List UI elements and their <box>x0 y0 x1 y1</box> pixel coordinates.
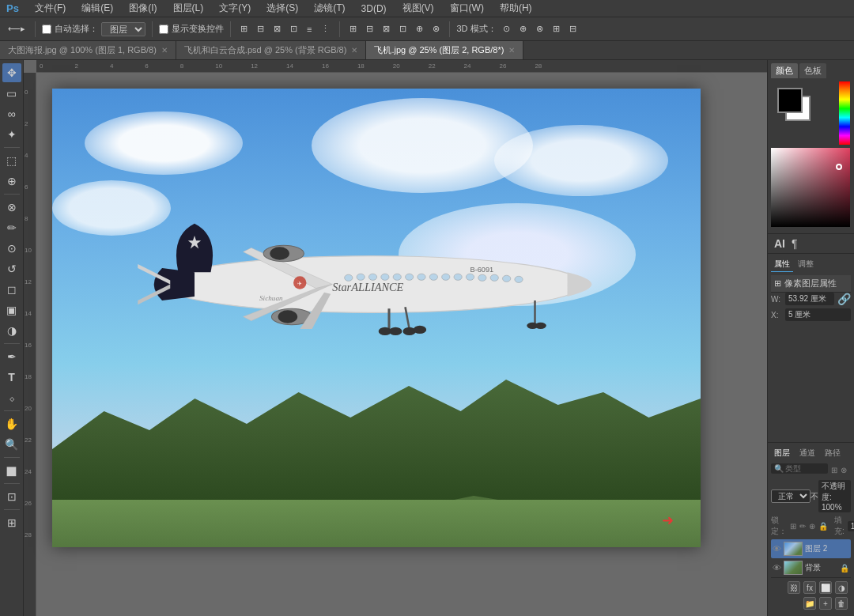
tab-2-close[interactable]: ✕ <box>508 46 515 55</box>
menu-layer[interactable]: 图层(L) <box>170 2 207 15</box>
layer-search-input[interactable] <box>785 464 825 473</box>
lock-position-icon[interactable]: ✏ <box>799 522 806 531</box>
distribute-6[interactable]: ⊗ <box>429 22 443 36</box>
fg-swatch[interactable] <box>777 88 803 113</box>
layer-row-1[interactable]: 👁 背景 🔒 <box>771 558 851 577</box>
pen-tool[interactable]: ✒ <box>2 347 21 366</box>
new-layer-btn[interactable]: + <box>819 597 832 610</box>
tab-color[interactable]: 颜色 <box>771 63 798 78</box>
tab-paths[interactable]: 路径 <box>822 446 844 460</box>
distribute-4[interactable]: ⊡ <box>396 22 410 36</box>
eraser-tool[interactable]: ◻ <box>2 280 21 299</box>
lock-pixels-icon[interactable]: ⊞ <box>790 522 796 531</box>
prop-x-value: 5 厘米 <box>785 308 851 321</box>
align-top[interactable]: ⊡ <box>287 22 300 36</box>
brush-tool[interactable]: ✏ <box>2 218 21 237</box>
add-mask-btn[interactable]: ⬜ <box>819 581 832 594</box>
align-center-h[interactable]: ⊟ <box>254 22 267 36</box>
svg-text:StarALLIANCE: StarALLIANCE <box>333 281 404 293</box>
tab-1[interactable]: 飞机和白云合成.psd @ 25% (背景 RGB/8) ✕ <box>176 41 367 59</box>
auto-select-checkbox[interactable] <box>42 25 51 34</box>
align-bottom[interactable]: ⋮ <box>318 22 333 36</box>
layer-mode-dropdown[interactable]: 正常 <box>771 489 811 503</box>
tab-swatches[interactable]: 色板 <box>799 63 826 78</box>
distribute-3[interactable]: ⊠ <box>380 22 393 36</box>
tab-channels[interactable]: 通道 <box>796 446 818 460</box>
fill-value[interactable]: 100% <box>848 521 854 531</box>
gradient-tool[interactable]: ▣ <box>2 300 21 319</box>
menu-image[interactable]: 图像(I) <box>126 2 160 15</box>
canvas-area[interactable]: 0 2 4 6 8 10 12 14 16 18 20 22 24 26 28 … <box>24 60 767 616</box>
lock-all-icon[interactable]: 🔒 <box>818 522 828 531</box>
layer-filter-icon-1[interactable]: ⊞ <box>831 466 837 474</box>
tab-properties[interactable]: 属性 <box>771 257 793 272</box>
path-tool[interactable]: ⬦ <box>2 388 21 407</box>
layer-opacity-value[interactable]: 不透明度: 100% <box>818 480 851 512</box>
layer-0-eye[interactable]: 👁 <box>773 544 781 554</box>
tab-1-close[interactable]: ✕ <box>351 46 357 55</box>
screen-mode[interactable]: ⊞ <box>2 513 21 532</box>
3d-btn-1[interactable]: ⊙ <box>500 22 513 36</box>
quick-mask[interactable]: ⊡ <box>2 487 21 506</box>
menu-text[interactable]: 文字(Y) <box>216 2 254 15</box>
distribute-2[interactable]: ⊟ <box>363 22 376 36</box>
align-center-v[interactable]: ≡ <box>304 23 315 36</box>
heal-tool[interactable]: ⊗ <box>2 198 21 217</box>
lock-artboard-icon[interactable]: ⊕ <box>809 522 815 531</box>
fg-bg-color[interactable]: ◼ <box>2 461 21 480</box>
distribute-1[interactable]: ⊞ <box>346 22 360 36</box>
toolbar-sep-2 <box>152 21 153 37</box>
tab-0-close[interactable]: ✕ <box>161 46 168 55</box>
delete-layer-btn[interactable]: 🗑 <box>835 597 848 610</box>
color-spectrum-bar[interactable] <box>839 81 850 145</box>
auto-select-dropdown[interactable]: 图层 组 <box>101 22 145 36</box>
svg-point-8 <box>491 274 499 281</box>
menu-view[interactable]: 视图(V) <box>399 2 437 15</box>
menu-edit[interactable]: 编辑(E) <box>78 2 116 15</box>
layer-fx-btn[interactable]: fx <box>803 581 816 594</box>
move-tool[interactable]: ✥ <box>2 63 21 82</box>
cloud-2 <box>312 98 533 193</box>
new-group-btn[interactable]: 📁 <box>803 597 816 610</box>
menu-file[interactable]: 文件(F) <box>32 2 69 15</box>
menu-window[interactable]: 窗口(W) <box>447 2 487 15</box>
3d-btn-5[interactable]: ⊟ <box>566 22 580 36</box>
menu-select[interactable]: 选择(S) <box>263 2 301 15</box>
tab-adjustments[interactable]: 调整 <box>795 257 817 272</box>
3d-btn-4[interactable]: ⊞ <box>550 22 563 36</box>
select-tool[interactable]: ▭ <box>2 84 21 103</box>
transform-checkbox[interactable] <box>159 25 168 34</box>
crop-tool[interactable]: ⬚ <box>2 151 21 170</box>
tab-0[interactable]: 大图海报.jpg @ 100% (图层 1, RGB/8) ✕ <box>0 41 176 59</box>
hand-tool[interactable]: ✋ <box>2 414 21 433</box>
adjustment-layer-btn[interactable]: ◑ <box>835 581 848 594</box>
3d-btn-2[interactable]: ⊕ <box>516 22 530 36</box>
color-picker-dot[interactable] <box>836 164 842 170</box>
menu-3d[interactable]: 3D(D) <box>358 3 390 14</box>
image-canvas: StarALLIANCE Sichuan B-6091 <box>52 89 701 547</box>
text-tool[interactable]: T <box>2 368 21 387</box>
menu-filter[interactable]: 滤镜(T) <box>311 2 348 15</box>
history-brush-tool[interactable]: ↺ <box>2 259 21 278</box>
link-layers-btn[interactable]: ⛓ <box>788 581 800 594</box>
layer-filter-icon-2[interactable]: ⊗ <box>841 466 847 474</box>
layer-row-0[interactable]: 👁 图层 2 <box>771 539 851 558</box>
eyedropper-tool[interactable]: ⊕ <box>2 172 21 191</box>
menu-help[interactable]: 帮助(H) <box>497 2 535 15</box>
layer-1-eye[interactable]: 👁 <box>773 563 781 573</box>
lasso-tool[interactable]: ∞ <box>2 104 21 123</box>
tool-sep-2 <box>4 194 20 195</box>
tab-layers[interactable]: 图层 <box>771 446 793 460</box>
distribute-5[interactable]: ⊕ <box>413 22 426 36</box>
magic-wand-tool[interactable]: ✦ <box>2 125 21 144</box>
dodge-tool[interactable]: ◑ <box>2 321 21 340</box>
align-right[interactable]: ⊠ <box>270 22 284 36</box>
prop-x-label: X: <box>771 311 782 319</box>
zoom-tool[interactable]: 🔍 <box>2 435 21 454</box>
eyedropper-icon: ⊕ <box>7 175 17 187</box>
3d-btn-3[interactable]: ⊗ <box>533 22 546 36</box>
clone-tool[interactable]: ⊙ <box>2 239 21 258</box>
tab-2[interactable]: 飞机.jpg @ 25% (图层 2, RGB/8*) ✕ <box>366 41 523 59</box>
align-left[interactable]: ⊞ <box>237 22 251 36</box>
prop-link-icon[interactable]: 🔗 <box>837 293 851 305</box>
